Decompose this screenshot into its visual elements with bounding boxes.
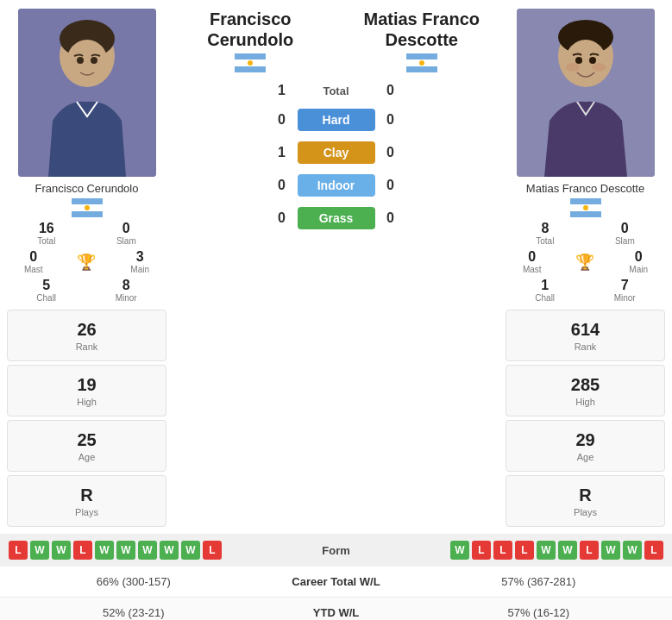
- player2-flag: [570, 198, 601, 217]
- surface-row-grass: 0 Grass 0: [273, 204, 399, 233]
- player2-chall-val: 1: [541, 278, 549, 293]
- player2-name-top: Matias Franco Descotte: [364, 9, 480, 50]
- form-badge-w: W: [160, 541, 179, 560]
- form-badge-w: W: [558, 541, 577, 560]
- player2-age-val: 29: [575, 430, 594, 450]
- player1-stats-row1: 16 Total 0 Slam: [7, 221, 166, 246]
- surface-indoor-left: 0: [273, 178, 291, 193]
- player2-age-panel: 29 Age: [506, 420, 665, 472]
- player2-flag-top: [406, 53, 437, 72]
- player1-form-badges: LWWLWWWWWL: [9, 541, 293, 560]
- top-section: Francisco Cerundolo 16 Total 0 Slam 0 Ma…: [0, 0, 672, 310]
- player1-main-item: 3 Main: [130, 249, 149, 274]
- player2-stats-row3: 1 Chall 7 Minor: [506, 278, 665, 303]
- player1-slam-lbl: Slam: [116, 236, 136, 246]
- player2-slam-lbl: Slam: [615, 236, 635, 246]
- player1-mast-lbl: Mast: [24, 265, 43, 274]
- player2-chall-lbl: Chall: [535, 293, 555, 303]
- player2-total-item: 8 Total: [536, 221, 554, 246]
- player2-chall-item: 1 Chall: [535, 278, 555, 303]
- svg-point-18: [565, 40, 606, 85]
- player2-panels: 614 Rank 285 High 29 Age R Plays: [506, 310, 665, 527]
- player1-rank-panel: 26 Rank: [7, 310, 166, 361]
- player1-rank-val: 26: [77, 320, 96, 340]
- center-column: Francisco Cerundolo Matias Franco Descot…: [173, 9, 499, 303]
- player1-high-panel: 19 High: [7, 365, 166, 416]
- form-badge-w: W: [537, 541, 556, 560]
- career-wl-left: 66% (300-157): [17, 575, 250, 588]
- player1-slam-item: 0 Slam: [116, 221, 136, 246]
- player1-name-top: Francisco Cerundolo: [207, 9, 293, 50]
- form-label: Form: [293, 544, 380, 557]
- form-badge-l: L: [9, 541, 28, 560]
- svg-point-19: [575, 57, 582, 64]
- player1-total-lbl: Total: [37, 236, 55, 246]
- player2-minor-lbl: Minor: [614, 293, 636, 303]
- form-badge-w: W: [181, 541, 200, 560]
- player2-column: Matias Franco Descotte 8 Total 0 Slam 0 …: [506, 9, 665, 303]
- player1-mast-item: 0 Mast: [24, 249, 43, 274]
- player1-plays-panel: R Plays: [7, 475, 166, 527]
- player2-form-badges: WLLLWWLWWL: [380, 541, 664, 560]
- player2-high-panel: 285 High: [506, 365, 665, 416]
- player1-rank-lbl: Rank: [76, 341, 98, 352]
- stat-panels-row: 26 Rank 19 High 25 Age R Plays 614 Rank …: [0, 310, 672, 534]
- player1-total-val: 16: [39, 221, 54, 236]
- svg-point-22: [592, 63, 606, 72]
- player1-panels: 26 Rank 19 High 25 Age R Plays: [7, 310, 166, 527]
- ytd-wl-row: 52% (23-21) YTD W/L 57% (16-12): [0, 598, 672, 620]
- player1-flag: [72, 198, 103, 217]
- player2-slam-item: 0 Slam: [615, 221, 635, 246]
- player2-rank-panel: 614 Rank: [506, 310, 665, 361]
- svg-point-8: [85, 205, 90, 210]
- form-badge-w: W: [601, 541, 620, 560]
- player2-photo: [517, 9, 655, 177]
- player2-mast-item: 0 Mast: [523, 249, 542, 274]
- form-badge-w: W: [450, 541, 469, 560]
- surface-indoor-right: 0: [382, 178, 399, 193]
- player1-name-block: Francisco Cerundolo: [173, 9, 328, 72]
- form-badge-w: W: [138, 541, 157, 560]
- surface-total-right: 0: [382, 83, 399, 98]
- player1-stats-row3: 5 Chall 8 Minor: [7, 278, 166, 303]
- form-badge-l: L: [515, 541, 534, 560]
- surface-total-label: Total: [298, 85, 375, 97]
- svg-point-3: [66, 40, 108, 85]
- player2-mast-val: 0: [528, 249, 536, 265]
- surface-indoor-badge: Indoor: [298, 174, 375, 197]
- player2-age-lbl: Age: [577, 452, 594, 462]
- form-badge-l: L: [644, 541, 663, 560]
- player1-high-lbl: High: [77, 397, 97, 407]
- player2-plays-panel: R Plays: [506, 475, 665, 527]
- player2-main-val: 0: [635, 249, 643, 265]
- center-spacer: [173, 310, 499, 527]
- surface-grass-right: 0: [382, 210, 399, 226]
- svg-point-25: [583, 205, 588, 210]
- player1-chall-item: 5 Chall: [36, 278, 56, 303]
- player1-main-lbl: Main: [130, 265, 149, 274]
- svg-point-5: [91, 57, 97, 64]
- player1-chall-val: 5: [42, 278, 50, 293]
- svg-point-11: [248, 60, 253, 66]
- svg-point-14: [419, 60, 424, 66]
- player1-photo: [18, 9, 156, 177]
- player2-main-lbl: Main: [629, 265, 648, 274]
- player1-name-below: Francisco Cerundolo: [35, 182, 139, 195]
- stats-table: 66% (300-157) Career Total W/L 57% (367-…: [0, 567, 672, 620]
- surface-total-left: 1: [273, 83, 291, 98]
- player1-minor-item: 8 Minor: [116, 278, 137, 303]
- player2-stats-row1: 8 Total 0 Slam: [506, 221, 665, 246]
- surface-grass-badge: Grass: [298, 207, 375, 229]
- form-badge-w: W: [95, 541, 114, 560]
- svg-point-21: [566, 63, 580, 72]
- player2-total-lbl: Total: [536, 236, 554, 246]
- form-badge-l: L: [580, 541, 599, 560]
- player1-column: Francisco Cerundolo 16 Total 0 Slam 0 Ma…: [7, 9, 166, 303]
- ytd-wl-right: 57% (16-12): [423, 606, 656, 619]
- surface-hard-left: 0: [273, 112, 291, 128]
- player2-name-block: Matias Franco Descotte: [345, 9, 499, 72]
- surface-row-clay: 1 Clay 0: [273, 138, 399, 167]
- ytd-wl-label: YTD W/L: [250, 606, 423, 619]
- form-badge-l: L: [203, 541, 222, 560]
- form-badge-w: W: [116, 541, 135, 560]
